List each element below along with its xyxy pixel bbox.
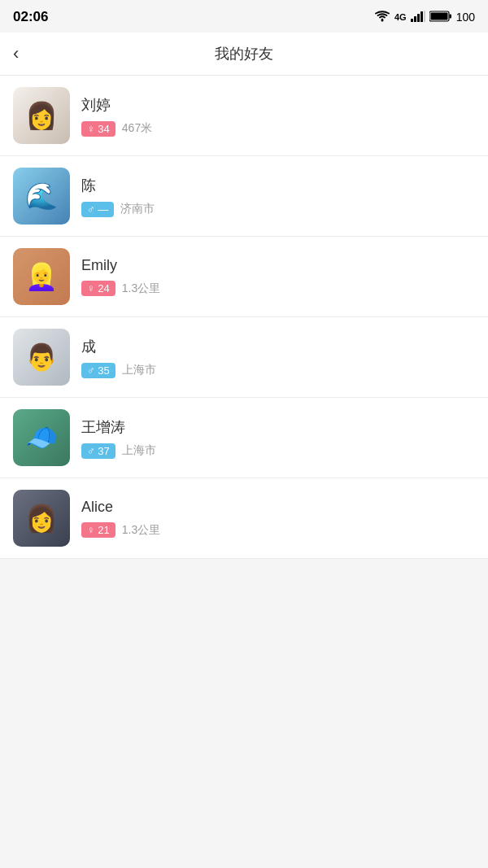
friend-meta-chen: ♂ — 济南市 — [81, 202, 155, 217]
svg-rect-3 — [417, 14, 420, 22]
friend-info-cheng: 成 ♂ 35 上海市 — [81, 337, 156, 378]
avatar-cheng: 👨 — [13, 329, 70, 386]
friend-name-alice: Alice — [81, 499, 160, 516]
svg-rect-4 — [420, 11, 423, 22]
svg-rect-7 — [430, 12, 447, 20]
friend-info-liu-ting: 刘婷 ♀ 34 467米 — [81, 95, 152, 137]
friend-location-alice: 1.3公里 — [122, 523, 160, 538]
friend-name-wang-zengtao: 王增涛 — [81, 417, 156, 437]
friend-meta-cheng: ♂ 35 上海市 — [81, 363, 156, 378]
friend-info-chen: 陈 ♂ — 济南市 — [81, 176, 155, 217]
avatar-emily: 👱‍♀️ — [13, 248, 70, 305]
avatar-liu-ting: 👩 — [13, 87, 70, 144]
svg-rect-2 — [414, 16, 416, 22]
friend-location-wang-zengtao: 上海市 — [122, 443, 156, 458]
bottom-area — [0, 559, 488, 722]
friend-item-cheng[interactable]: 👨 成 ♂ 35 上海市 — [0, 317, 488, 398]
friend-item-chen[interactable]: 🌊 陈 ♂ — 济南市 — [0, 156, 488, 237]
wifi-icon — [374, 10, 390, 24]
friend-meta-wang-zengtao: ♂ 37 上海市 — [81, 443, 156, 459]
friend-name-chen: 陈 — [81, 176, 155, 195]
friend-item-wang-zengtao[interactable]: 🧢 王增涛 ♂ 37 上海市 — [0, 398, 488, 478]
avatar-chen: 🌊 — [13, 168, 70, 225]
svg-rect-5 — [424, 11, 425, 22]
friend-info-emily: Emily ♀ 24 1.3公里 — [81, 257, 160, 296]
friend-meta-emily: ♀ 24 1.3公里 — [81, 281, 160, 296]
svg-rect-8 — [449, 14, 451, 18]
friend-item-emily[interactable]: 👱‍♀️ Emily ♀ 24 1.3公里 — [0, 237, 488, 317]
page-title: 我的好友 — [215, 44, 273, 63]
friend-item-liu-ting[interactable]: 👩 刘婷 ♀ 34 467米 — [0, 76, 488, 156]
signal-icon — [411, 11, 425, 24]
friend-location-emily: 1.3公里 — [122, 281, 160, 296]
svg-point-0 — [381, 20, 383, 22]
friend-info-wang-zengtao: 王增涛 ♂ 37 上海市 — [81, 417, 156, 459]
friend-item-alice[interactable]: 👩 Alice ♀ 21 1.3公里 — [0, 478, 488, 559]
friend-location-liu-ting: 467米 — [122, 121, 152, 136]
avatar-wang-zengtao: 🧢 — [13, 409, 70, 466]
page-header: ‹ 我的好友 — [0, 33, 488, 76]
friend-location-cheng: 上海市 — [122, 363, 156, 377]
friend-info-alice: Alice ♀ 21 1.3公里 — [81, 499, 160, 538]
friend-name-cheng: 成 — [81, 337, 156, 356]
friend-location-chen: 济南市 — [120, 202, 155, 216]
status-icons: 4G 100 — [374, 10, 475, 24]
friend-meta-alice: ♀ 21 1.3公里 — [81, 522, 160, 538]
battery-level: 100 — [456, 11, 475, 24]
svg-rect-1 — [411, 19, 413, 22]
network-4g-icon: 4G — [394, 12, 407, 22]
friend-meta-liu-ting: ♀ 34 467米 — [81, 121, 152, 137]
back-button[interactable]: ‹ — [13, 45, 19, 63]
status-time: 02:06 — [13, 9, 48, 25]
friend-list: 👩 刘婷 ♀ 34 467米 🌊 陈 ♂ — 济南市 👱‍♀️ Emily — [0, 76, 488, 559]
friend-name-emily: Emily — [81, 257, 160, 274]
friend-name-liu-ting: 刘婷 — [81, 95, 152, 115]
status-bar: 02:06 4G — [0, 0, 488, 33]
avatar-alice: 👩 — [13, 490, 70, 547]
battery-icon — [429, 11, 452, 24]
